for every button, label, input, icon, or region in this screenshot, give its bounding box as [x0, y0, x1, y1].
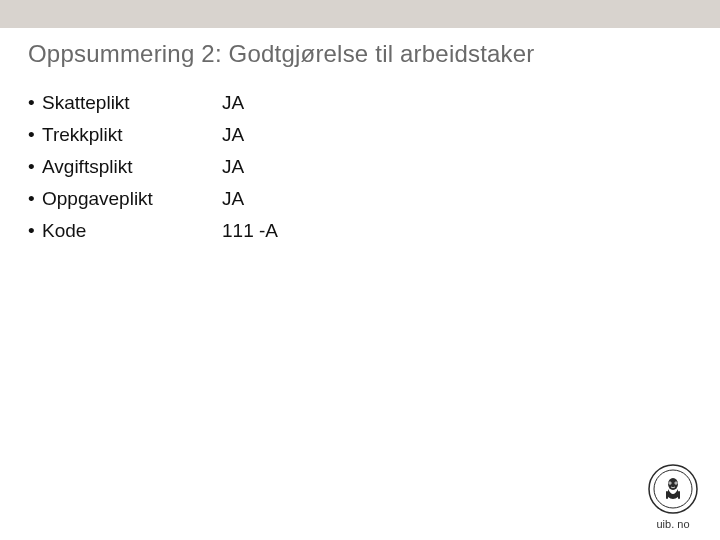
- header-bar: [0, 0, 720, 28]
- svg-rect-7: [666, 491, 668, 499]
- item-label: Avgiftsplikt: [42, 156, 222, 178]
- university-seal-icon: [648, 464, 698, 514]
- item-value: JA: [222, 92, 244, 114]
- list-item: • Oppgaveplikt JA: [28, 188, 692, 210]
- list-item: • Avgiftsplikt JA: [28, 156, 692, 178]
- svg-point-5: [669, 482, 670, 483]
- list-item: • Skatteplikt JA: [28, 92, 692, 114]
- item-label: Kode: [42, 220, 222, 242]
- item-value: JA: [222, 124, 244, 146]
- footer: uib. no: [648, 464, 698, 530]
- bullet-icon: •: [28, 92, 42, 114]
- item-value: JA: [222, 188, 244, 210]
- list-item: • Trekkplikt JA: [28, 124, 692, 146]
- item-label: Skatteplikt: [42, 92, 222, 114]
- svg-point-6: [675, 482, 676, 483]
- footer-text: uib. no: [656, 518, 689, 530]
- bullet-icon: •: [28, 188, 42, 210]
- item-value: JA: [222, 156, 244, 178]
- summary-list: • Skatteplikt JA • Trekkplikt JA • Avgif…: [28, 92, 692, 242]
- item-value: 111 -A: [222, 220, 278, 242]
- item-label: Oppgaveplikt: [42, 188, 222, 210]
- svg-rect-8: [678, 491, 680, 499]
- bullet-icon: •: [28, 156, 42, 178]
- slide-content: Oppsummering 2: Godtgjørelse til arbeids…: [0, 28, 720, 242]
- bullet-icon: •: [28, 124, 42, 146]
- item-label: Trekkplikt: [42, 124, 222, 146]
- bullet-icon: •: [28, 220, 42, 242]
- list-item: • Kode 111 -A: [28, 220, 692, 242]
- slide-title: Oppsummering 2: Godtgjørelse til arbeids…: [28, 40, 692, 68]
